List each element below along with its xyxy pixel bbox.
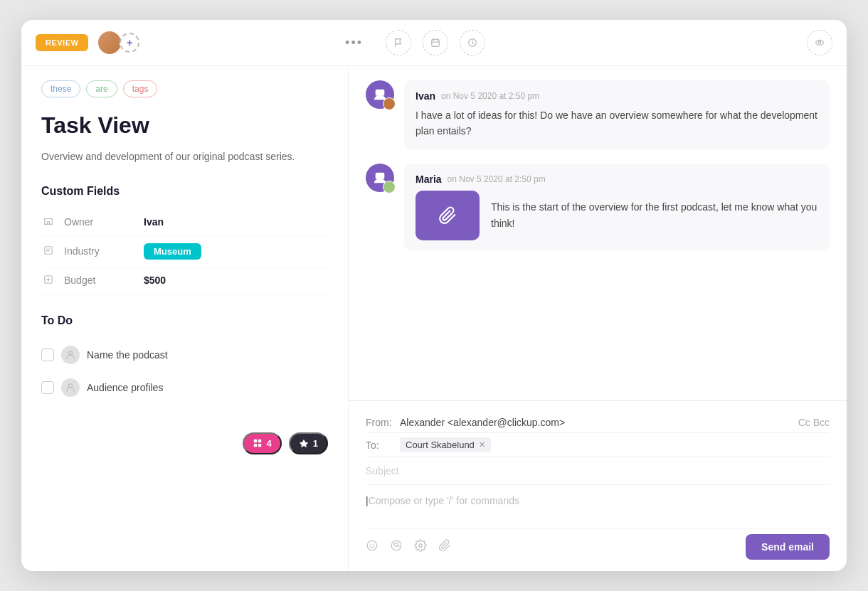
svg-rect-11	[253, 444, 256, 447]
cc-bcc[interactable]: Cc Bcc	[798, 417, 830, 428]
todo-checkbox-2[interactable]	[41, 381, 54, 394]
add-member-button[interactable]: +	[120, 33, 139, 53]
eye-button[interactable]	[807, 30, 832, 55]
flag-button[interactable]	[386, 30, 411, 55]
todo-avatar-2	[61, 378, 80, 397]
todo-avatar-1	[61, 346, 80, 364]
ivan-avatar-small	[383, 97, 396, 110]
right-panel: Ivan on Nov 5 2020 at 2:50 pm I have a l…	[349, 66, 847, 571]
badge-count-4[interactable]: 4	[243, 432, 282, 454]
budget-field-name: Budget	[64, 275, 135, 286]
svg-point-2	[816, 41, 824, 46]
tag-are[interactable]: are	[86, 80, 117, 97]
owner-field-value: Ivan	[144, 216, 164, 228]
email-compose: From: Alexander <alexander@clickup.com> …	[349, 400, 847, 571]
compose-area[interactable]: |Compose or type '/' for commands	[366, 485, 830, 528]
subject-row: Subject	[366, 457, 830, 485]
attachment-preview[interactable]	[416, 191, 480, 240]
settings-button[interactable]	[414, 539, 427, 555]
svg-point-7	[68, 351, 72, 355]
svg-point-18	[391, 541, 401, 550]
todo-section: To Do Name the podcast	[41, 314, 328, 404]
badge-4-count: 4	[267, 438, 272, 449]
custom-fields-title: Custom Fields	[41, 185, 328, 198]
svg-rect-0	[432, 40, 440, 47]
attachment-button[interactable]	[438, 539, 451, 555]
todo-item-2: Audience profiles	[41, 371, 328, 404]
toolbar-left: REVIEW + •••	[36, 30, 363, 55]
avatar	[97, 30, 122, 55]
svg-rect-10	[258, 440, 260, 442]
comment-text-maria: This is the start of the overview for th…	[491, 199, 818, 231]
toolbar: REVIEW + •••	[21, 20, 847, 66]
badge-1-count: 1	[313, 438, 318, 449]
tag-tags[interactable]: tags	[123, 80, 158, 97]
to-recipient: Court Skabelund	[406, 440, 475, 450]
avatar-group: +	[97, 30, 139, 55]
industry-field-name: Industry	[64, 245, 135, 257]
calendar-button[interactable]	[423, 30, 448, 55]
todo-title: To Do	[41, 314, 328, 327]
comment-avatar-ivan	[366, 80, 394, 109]
comment-author-maria: Maria	[416, 174, 442, 185]
emoji-button[interactable]	[366, 539, 379, 555]
svg-rect-5	[45, 247, 53, 255]
svg-rect-12	[258, 444, 260, 447]
custom-fields-section: Custom Fields Owner Ivan	[41, 185, 328, 294]
svg-point-15	[367, 541, 377, 550]
svg-point-17	[374, 543, 375, 545]
to-chip[interactable]: Court Skabelund ✕	[400, 437, 491, 452]
review-badge: REVIEW	[36, 34, 88, 51]
comment-maria: Maria on Nov 5 2020 at 2:50 pm This is t…	[366, 164, 830, 250]
industry-field-value[interactable]: Museum	[144, 243, 201, 260]
svg-rect-14	[376, 173, 385, 179]
remove-recipient-button[interactable]: ✕	[479, 440, 485, 449]
tag-these[interactable]: these	[41, 80, 80, 97]
comment-attachment-wrapper: This is the start of the overview for th…	[416, 191, 818, 240]
email-toolbar: Send email	[366, 528, 830, 560]
main-content: these are tags Task View Overview and de…	[21, 66, 847, 571]
from-label: From:	[366, 417, 394, 428]
svg-point-16	[370, 543, 371, 545]
owner-field-name: Owner	[64, 216, 135, 228]
maria-avatar-small	[383, 181, 396, 193]
comment-author-ivan: Ivan	[416, 90, 435, 102]
budget-field-icon	[41, 275, 55, 287]
todo-item-1: Name the podcast	[41, 339, 328, 371]
badge-count-1[interactable]: 1	[289, 432, 328, 454]
svg-rect-9	[253, 440, 256, 442]
bottom-badges: 4 1	[41, 404, 328, 454]
to-label: To:	[366, 440, 394, 451]
svg-rect-13	[376, 90, 385, 96]
svg-point-8	[68, 384, 72, 388]
toolbar-right	[371, 30, 832, 55]
field-row-industry: Industry Museum	[41, 236, 328, 267]
from-value: Alexander <alexander@clickup.com>	[400, 417, 793, 428]
comment-avatar-maria	[366, 164, 394, 192]
todo-label-1: Name the podcast	[87, 349, 168, 361]
compose-placeholder: Compose or type '/' for commands	[369, 495, 519, 506]
mention-button[interactable]	[390, 539, 403, 555]
svg-point-19	[419, 543, 423, 547]
todo-checkbox-1[interactable]	[41, 348, 54, 361]
send-email-button[interactable]: Send email	[746, 534, 830, 560]
comment-header-ivan: Ivan on Nov 5 2020 at 2:50 pm	[416, 90, 818, 102]
more-options-button[interactable]: •••	[345, 36, 363, 50]
comment-body-maria: Maria on Nov 5 2020 at 2:50 pm This is t…	[404, 164, 830, 250]
comment-time-ivan: on Nov 5 2020 at 2:50 pm	[441, 91, 539, 101]
task-description: Overview and development of our original…	[41, 149, 328, 164]
svg-point-3	[818, 41, 821, 44]
field-row-budget: Budget $500	[41, 267, 328, 294]
comment-ivan: Ivan on Nov 5 2020 at 2:50 pm I have a l…	[366, 80, 830, 149]
comment-header-maria: Maria on Nov 5 2020 at 2:50 pm	[416, 174, 818, 185]
app-container: REVIEW + •••	[21, 20, 847, 571]
comment-body-ivan: Ivan on Nov 5 2020 at 2:50 pm I have a l…	[404, 80, 830, 149]
left-panel: these are tags Task View Overview and de…	[21, 66, 349, 571]
clock-button[interactable]	[460, 30, 485, 55]
industry-field-icon	[41, 245, 55, 257]
comments-area: Ivan on Nov 5 2020 at 2:50 pm I have a l…	[349, 66, 847, 400]
owner-field-icon	[41, 216, 55, 228]
email-from-row: From: Alexander <alexander@clickup.com> …	[366, 412, 830, 433]
subject-input[interactable]: Subject	[366, 465, 399, 476]
todo-label-2: Audience profiles	[87, 382, 163, 393]
